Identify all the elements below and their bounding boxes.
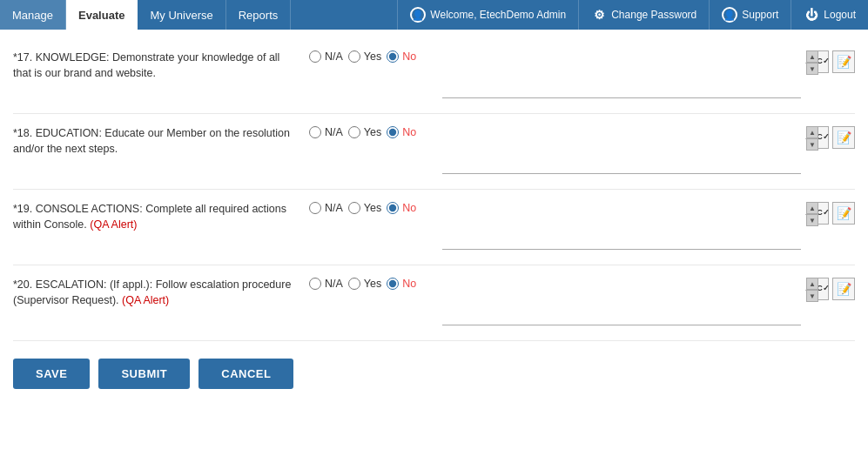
question-row-17: *17. KNOWLEDGE: Demonstrate your knowled… bbox=[13, 38, 855, 114]
question-text-20: *20. ESCALATION: (If appl.): Follow esca… bbox=[13, 278, 309, 308]
radio-na-17[interactable]: N/A bbox=[309, 50, 343, 63]
nav-support[interactable]: 👤 Support bbox=[709, 0, 791, 30]
save-button[interactable]: SAVE bbox=[13, 359, 90, 389]
textarea-wrapper-17 bbox=[442, 50, 801, 101]
radio-group-20: N/A Yes No bbox=[309, 278, 416, 290]
textarea-section-20: ▲ ▼ ABC✓ 📝 bbox=[442, 278, 855, 328]
radio-group-19: N/A Yes No bbox=[309, 202, 416, 214]
power-icon: ⏻ bbox=[804, 7, 819, 23]
scroll-down-20[interactable]: ▼ bbox=[806, 290, 818, 302]
scroll-up-17[interactable]: ▲ bbox=[806, 50, 818, 63]
nav-right: 👤 Welcome, EtechDemo Admin ⚙ Change Pass… bbox=[397, 0, 868, 30]
nav-reports[interactable]: Reports bbox=[226, 0, 292, 30]
textarea-19[interactable] bbox=[442, 202, 801, 250]
gear-icon: ⚙ bbox=[591, 7, 607, 23]
question-text-19: *19. CONSOLE ACTIONS: Complete all requi… bbox=[13, 202, 309, 232]
radio-yes-17[interactable]: Yes bbox=[348, 50, 381, 63]
bottom-buttons: SAVE SUBMIT CANCEL bbox=[13, 341, 855, 398]
book-btn-19[interactable]: 📝 bbox=[832, 202, 855, 225]
radio-na-20[interactable]: N/A bbox=[309, 278, 343, 290]
textarea-20[interactable] bbox=[442, 278, 801, 325]
question-text-18: *18. EDUCATION: Educate our Member on th… bbox=[13, 126, 309, 157]
scroll-down-17[interactable]: ▼ bbox=[806, 63, 818, 75]
main-content: *17. KNOWLEDGE: Demonstrate your knowled… bbox=[0, 30, 868, 406]
question-text-17: *17. KNOWLEDGE: Demonstrate your knowled… bbox=[13, 50, 309, 81]
scroll-up-18[interactable]: ▲ bbox=[806, 126, 818, 138]
textarea-wrapper-20 bbox=[442, 278, 801, 328]
scroll-arrows-20: ▲ ▼ bbox=[806, 278, 818, 302]
book-btn-18[interactable]: 📝 bbox=[832, 126, 855, 149]
question-row-18: *18. EDUCATION: Educate our Member on th… bbox=[13, 114, 855, 190]
radio-yes-19[interactable]: Yes bbox=[348, 202, 381, 214]
book-btn-17[interactable]: 📝 bbox=[832, 50, 855, 73]
radio-group-17: N/A Yes No bbox=[309, 50, 416, 63]
textarea-18[interactable] bbox=[442, 126, 801, 174]
scroll-arrows-18: ▲ ▼ bbox=[806, 126, 818, 151]
radio-no-20[interactable]: No bbox=[387, 278, 416, 290]
navbar: Manage Evaluate My Universe Reports 👤 We… bbox=[0, 0, 868, 30]
textarea-wrapper-19 bbox=[442, 202, 801, 252]
nav-welcome: 👤 Welcome, EtechDemo Admin bbox=[397, 0, 578, 30]
textarea-17[interactable] bbox=[442, 50, 801, 98]
textarea-wrapper-18 bbox=[442, 126, 801, 177]
radio-yes-20[interactable]: Yes bbox=[348, 278, 381, 290]
scroll-arrows-17: ▲ ▼ bbox=[806, 50, 818, 75]
support-icon: 👤 bbox=[722, 7, 737, 23]
nav-my-universe[interactable]: My Universe bbox=[138, 0, 225, 30]
submit-button[interactable]: SUBMIT bbox=[98, 359, 190, 389]
radio-no-17[interactable]: No bbox=[387, 50, 416, 63]
textarea-section-19: ▲ ▼ ABC✓ 📝 bbox=[442, 202, 855, 252]
question-row-20: *20. ESCALATION: (If appl.): Follow esca… bbox=[13, 265, 855, 341]
nav-evaluate[interactable]: Evaluate bbox=[66, 0, 138, 30]
cancel-button[interactable]: CANCEL bbox=[198, 359, 293, 389]
person-icon: 👤 bbox=[410, 7, 426, 23]
qa-alert-19: (QA Alert) bbox=[90, 218, 137, 231]
question-row-19: *19. CONSOLE ACTIONS: Complete all requi… bbox=[13, 190, 855, 265]
book-btn-20[interactable]: 📝 bbox=[832, 278, 855, 300]
radio-na-18[interactable]: N/A bbox=[309, 126, 343, 138]
nav-change-password[interactable]: ⚙ Change Password bbox=[578, 0, 709, 30]
nav-logout[interactable]: ⏻ Logout bbox=[791, 0, 868, 30]
radio-no-18[interactable]: No bbox=[387, 126, 416, 138]
scroll-up-19[interactable]: ▲ bbox=[806, 202, 818, 214]
textarea-section-17: ▲ ▼ ABC✓ 📝 bbox=[442, 50, 855, 101]
radio-na-19[interactable]: N/A bbox=[309, 202, 343, 214]
scroll-arrows-19: ▲ ▼ bbox=[806, 202, 818, 226]
radio-group-18: N/A Yes No bbox=[309, 126, 416, 138]
scroll-up-20[interactable]: ▲ bbox=[806, 278, 818, 290]
scroll-down-18[interactable]: ▼ bbox=[806, 138, 818, 151]
radio-yes-18[interactable]: Yes bbox=[348, 126, 381, 138]
radio-no-19[interactable]: No bbox=[387, 202, 416, 214]
nav-manage[interactable]: Manage bbox=[0, 0, 66, 30]
textarea-section-18: ▲ ▼ ABC✓ 📝 bbox=[442, 126, 855, 177]
scroll-down-19[interactable]: ▼ bbox=[806, 214, 818, 226]
qa-alert-20: (QA Alert) bbox=[122, 294, 169, 306]
